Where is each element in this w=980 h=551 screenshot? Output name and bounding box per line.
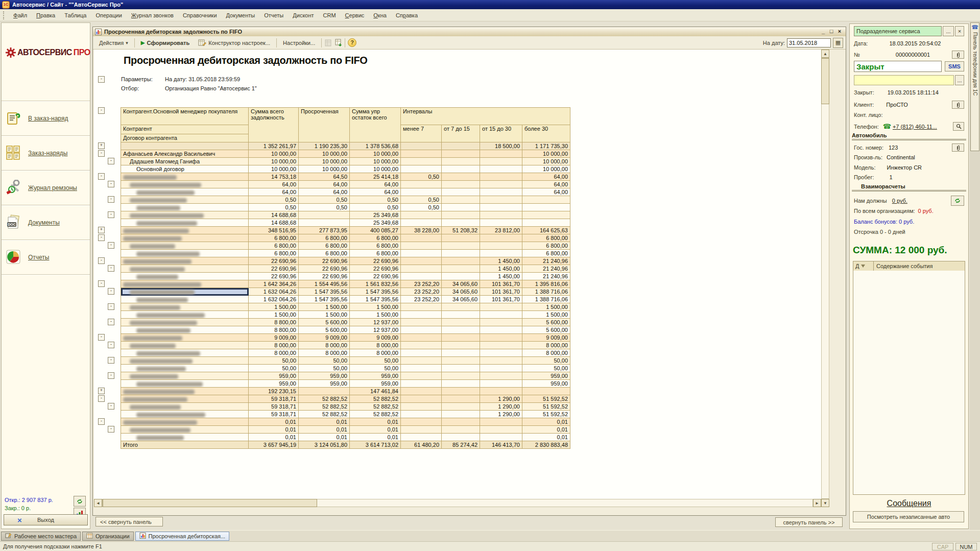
collapse-group-button[interactable]: - [98,173,105,180]
row-value-cell[interactable]: 52 882,52 [299,395,350,403]
generate-button[interactable]: ▶ Сформировать [137,38,194,47]
settings-constructor-button[interactable]: Конструктор настроек... [195,37,274,49]
row-name-cell[interactable] [121,326,249,334]
table-row[interactable]: 8 000,008 000,008 000,008 000,00 [121,342,570,349]
vertical-scrollbar[interactable] [821,58,829,499]
collapse-group-button[interactable]: - [98,257,105,264]
row-name-cell[interactable] [121,365,249,372]
collapse-group-button[interactable]: - [98,150,105,157]
row-value-cell[interactable]: 9 009,00 [249,334,299,342]
row-value-cell[interactable] [480,150,522,158]
menu-журнал-звонков[interactable]: Журнал звонков [127,10,178,20]
row-value-cell[interactable]: 164 625,63 [522,227,570,234]
row-value-cell[interactable] [401,418,442,426]
row-value-cell[interactable] [442,257,480,265]
row-name-cell[interactable] [121,204,249,211]
row-value-cell[interactable]: 34 065,60 [442,296,480,303]
row-value-cell[interactable] [442,434,480,441]
row-value-cell[interactable]: 1 500,00 [350,303,401,311]
row-name-cell[interactable] [121,265,249,273]
row-value-cell[interactable]: 10 000,00 [522,150,570,158]
row-value-cell[interactable]: 1 500,00 [249,303,299,311]
row-value-cell[interactable]: 22 690,96 [299,273,350,280]
row-value-cell[interactable]: 8 000,00 [299,349,350,357]
collapse-group-button[interactable]: - [108,303,114,310]
row-value-cell[interactable]: 38 228,00 [401,227,442,234]
collapse-left-panel-button[interactable]: << свернуть панель [95,517,163,526]
scroll-right-button[interactable]: ► [813,499,821,507]
row-value-cell[interactable]: 0,50 [299,204,350,211]
row-value-cell[interactable]: 0,01 [249,426,299,434]
client-attachment-button[interactable] [952,101,964,109]
row-value-cell[interactable]: 1 500,00 [350,311,401,319]
menu-документы[interactable]: Документы [222,10,260,20]
row-value-cell[interactable]: 1 378 536,68 [350,142,401,150]
status-field[interactable]: Закрыт [854,61,942,72]
row-value-cell[interactable]: 10 000,00 [299,165,350,173]
row-value-cell[interactable]: 959,00 [299,380,350,388]
taskbar-item-workplace[interactable]: Рабочее место мастера [1,532,81,541]
row-value-cell[interactable]: 1 547 395,56 [350,288,401,296]
table-row[interactable]: 14 688,6825 349,68 [121,219,570,227]
row-value-cell[interactable] [401,303,442,311]
row-name-cell[interactable] [121,380,249,388]
row-value-cell[interactable]: 192 230,15 [249,388,299,395]
table-row[interactable]: 50,0050,0050,0050,00 [121,357,570,365]
row-value-cell[interactable]: 22 690,96 [299,257,350,265]
menu-таблица[interactable]: Таблица [60,10,91,20]
row-value-cell[interactable]: 1 388 716,06 [522,288,570,296]
row-name-cell[interactable] [121,311,249,319]
expand-group-button[interactable]: + [98,227,105,233]
row-value-cell[interactable]: 8 800,00 [249,319,299,326]
refresh-totals-button[interactable] [74,496,86,507]
row-value-cell[interactable]: 64,00 [299,181,350,188]
collapse-group-button[interactable]: - [108,242,114,249]
table-row[interactable]: 0,010,010,010,01 [121,434,570,441]
row-value-cell[interactable] [480,365,522,372]
menu-окна[interactable]: Окна [369,10,391,20]
row-value-cell[interactable] [442,311,480,319]
row-value-cell[interactable] [401,342,442,349]
actions-button[interactable]: Действия ▾ [95,38,132,47]
row-value-cell[interactable] [442,372,480,380]
row-value-cell[interactable]: 50,00 [249,365,299,372]
sidebar-item-журнал-ремзоны[interactable]: Журнал ремзоны [2,171,90,205]
row-value-cell[interactable] [480,357,522,365]
row-value-cell[interactable]: 6 800,00 [299,250,350,257]
row-value-cell[interactable]: 1 290,00 [480,395,522,403]
menu-правка[interactable]: Правка [32,10,60,20]
row-value-cell[interactable] [442,250,480,257]
row-value-cell[interactable]: 1 450,00 [480,273,522,280]
row-value-cell[interactable]: 23 252,20 [401,280,442,288]
row-value-cell[interactable]: 25 349,68 [350,211,401,219]
menu-дисконт[interactable]: Дисконт [288,10,318,20]
table-row[interactable]: 1 352 261,971 190 235,301 378 536,6818 5… [121,142,570,150]
row-value-cell[interactable]: 51 592,52 [522,395,570,403]
row-value-cell[interactable] [480,204,522,211]
row-value-cell[interactable] [442,165,480,173]
table-row[interactable]: 59 318,7152 882,5252 882,521 290,0051 59… [121,411,570,418]
collapse-group-button[interactable]: - [98,280,105,287]
row-name-cell[interactable] [121,242,249,250]
row-value-cell[interactable] [442,181,480,188]
row-value-cell[interactable] [442,265,480,273]
row-value-cell[interactable]: 0,50 [350,196,401,204]
row-value-cell[interactable]: 0,01 [350,418,401,426]
row-name-cell[interactable]: Основной договор [121,165,249,173]
row-value-cell[interactable]: 348 516,95 [249,227,299,234]
row-value-cell[interactable] [480,234,522,242]
row-value-cell[interactable] [442,242,480,250]
row-value-cell[interactable] [480,319,522,326]
row-name-cell[interactable] [121,173,249,181]
row-value-cell[interactable]: 0,50 [350,204,401,211]
row-value-cell[interactable]: 0,01 [350,434,401,441]
menu-файл[interactable]: Файл [9,10,32,20]
collapse-group-button[interactable]: - [108,288,114,295]
row-value-cell[interactable] [442,211,480,219]
row-value-cell[interactable] [442,196,480,204]
row-value-cell[interactable] [401,395,442,403]
row-value-cell[interactable] [442,380,480,388]
row-value-cell[interactable]: 1 500,00 [299,311,350,319]
row-value-cell[interactable]: 6 800,00 [522,242,570,250]
events-list[interactable] [853,271,965,494]
